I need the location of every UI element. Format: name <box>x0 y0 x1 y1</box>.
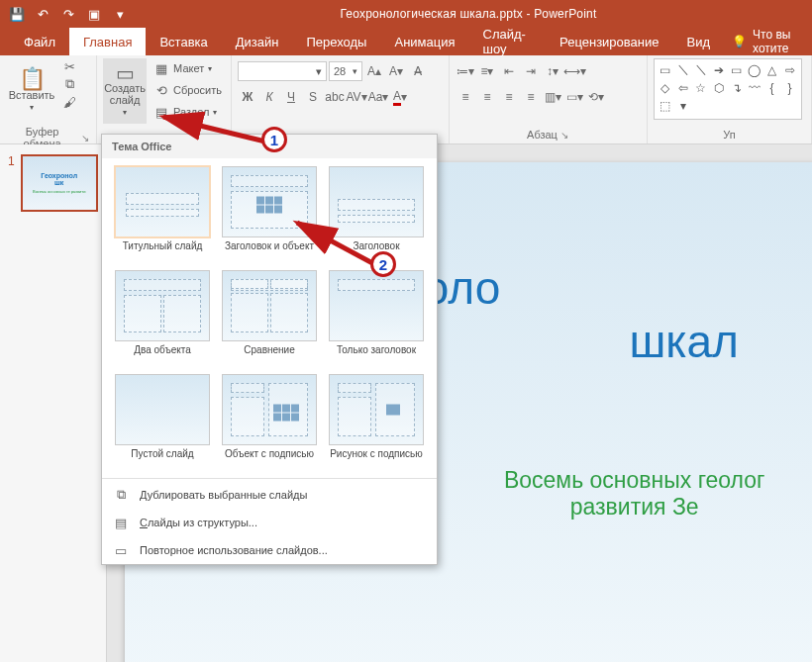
shape-star-icon[interactable]: ☆ <box>693 80 708 95</box>
tab-slideshow[interactable]: Слайд-шоу <box>469 28 547 55</box>
customize-qat-icon[interactable]: ▾ <box>109 3 131 25</box>
shape-arrowl-icon[interactable]: ⇦ <box>675 80 690 95</box>
paragraph-group-label: Абзац <box>527 129 558 141</box>
shape-hex-icon[interactable]: ⬡ <box>711 80 726 95</box>
tab-home[interactable]: Главная <box>69 28 146 55</box>
cut-icon[interactable]: ✂ <box>61 58 77 74</box>
underline-icon[interactable]: Ч <box>281 87 301 107</box>
font-size-combo[interactable]: 28▾ <box>329 61 362 81</box>
layout-picture-caption[interactable]: Рисунок с подписью <box>326 374 427 472</box>
slide-thumbnail[interactable]: Геохронол шк Восемь основных ге развити <box>21 154 98 212</box>
shape-diamond-icon[interactable]: ◇ <box>658 80 672 95</box>
app-title: Геохронологическая шкала.pptx - PowerPoi… <box>131 7 806 21</box>
shape-connector-icon[interactable]: ↴ <box>729 80 744 95</box>
shape-line-icon[interactable]: ＼ <box>675 62 690 77</box>
layout-section-header[interactable]: Заголовок <box>326 166 427 264</box>
tell-me[interactable]: 💡 Что вы хотите <box>724 28 812 55</box>
change-case-icon[interactable]: Aa▾ <box>368 87 388 107</box>
shape-tri-icon[interactable]: △ <box>764 62 779 77</box>
redo-icon[interactable]: ↷ <box>57 3 79 25</box>
undo-icon[interactable]: ↶ <box>32 3 53 25</box>
grow-font-icon[interactable]: A▴ <box>364 61 384 81</box>
reuse-icon: ▭ <box>112 542 130 558</box>
text-direction-icon[interactable]: ⟷▾ <box>564 61 584 81</box>
outline-icon: ▤ <box>112 515 130 530</box>
chevron-down-icon: ▾ <box>123 108 127 117</box>
tab-design[interactable]: Дизайн <box>222 28 293 55</box>
paste-button[interactable]: 📋 Вставить ▾ <box>6 58 57 124</box>
chevron-down-icon: ▾ <box>30 103 34 112</box>
numbering-icon[interactable]: ≡▾ <box>477 61 497 81</box>
shape-line2-icon[interactable]: ＼ <box>693 62 708 77</box>
increase-indent-icon[interactable]: ⇥ <box>521 61 541 81</box>
format-painter-icon[interactable]: 🖌 <box>61 94 77 110</box>
shape-arrow-icon[interactable]: ➔ <box>711 62 726 77</box>
layout-title-content[interactable]: Заголовок и объект <box>219 166 320 264</box>
smartart-icon[interactable]: ⟲▾ <box>586 87 606 107</box>
shape-rect-icon[interactable]: ▭ <box>729 62 744 77</box>
layout-blank[interactable]: Пустой слайд <box>112 374 213 472</box>
lightbulb-icon: 💡 <box>732 35 747 48</box>
reset-button[interactable]: ⟲ Сбросить <box>151 80 225 100</box>
clear-formatting-icon[interactable]: A̶ <box>408 61 428 81</box>
shapes-gallery[interactable]: ▭ ＼ ＼ ➔ ▭ ◯ △ ⇨ ◇ ⇦ ☆ ⬡ ↴ 〰 { } ⬚ ▾ <box>654 58 802 120</box>
start-from-beginning-icon[interactable]: ▣ <box>83 3 105 25</box>
editing-group-label: Уп <box>723 129 735 141</box>
shape-brace-icon[interactable]: { <box>764 80 779 95</box>
section-button[interactable]: ▤ Раздел▾ <box>151 102 225 122</box>
new-slide-label: Создать слайд <box>103 83 147 106</box>
save-icon[interactable]: 💾 <box>6 3 28 25</box>
dialog-launcher-icon[interactable]: ↘ <box>80 133 90 142</box>
line-spacing-icon[interactable]: ↕▾ <box>543 61 562 81</box>
tab-insert[interactable]: Вставка <box>146 28 221 55</box>
align-right-icon[interactable]: ≡ <box>499 87 519 107</box>
decrease-indent-icon[interactable]: ⇤ <box>499 61 519 81</box>
tab-review[interactable]: Рецензирование <box>546 28 672 55</box>
tab-file[interactable]: Файл <box>10 28 69 55</box>
copy-icon[interactable]: ⧉ <box>61 76 77 92</box>
columns-icon[interactable]: ▥▾ <box>543 87 562 107</box>
new-slide-button[interactable]: ▭ Создать слайд ▾ <box>103 58 147 124</box>
align-text-icon[interactable]: ▭▾ <box>564 87 584 107</box>
shape-callout-icon[interactable]: ⬚ <box>658 98 672 113</box>
thumb-number: 1 <box>8 154 15 212</box>
font-color-icon[interactable]: A▾ <box>390 87 410 107</box>
char-spacing-icon[interactable]: AV▾ <box>347 87 366 107</box>
reset-icon: ⟲ <box>153 82 169 98</box>
section-icon: ▤ <box>153 104 169 120</box>
font-family-combo[interactable]: ▾ <box>238 61 327 81</box>
slide-thumbnails-pane: 1 Геохронол шк Восемь основных ге развит… <box>0 144 107 662</box>
dropdown-header: Тема Office <box>102 135 437 158</box>
clipboard-icon: 📋 <box>24 71 40 87</box>
align-center-icon[interactable]: ≡ <box>477 87 497 107</box>
duplicate-slides-item[interactable]: ⧉ Дублировать выбранные слайды <box>102 481 437 509</box>
tab-animations[interactable]: Анимация <box>380 28 468 55</box>
layout-title-only[interactable]: Только заголовок <box>326 270 427 368</box>
reuse-slides-item[interactable]: ▭ Повторное использование слайдов... <box>102 536 437 564</box>
layout-two-content[interactable]: Два объекта <box>112 270 213 368</box>
layout-title-slide[interactable]: Титульный слайд <box>112 166 213 264</box>
layout-content-caption[interactable]: Объект с подписью <box>219 374 320 472</box>
dialog-launcher-icon[interactable]: ↘ <box>559 130 569 140</box>
layout-comparison[interactable]: Сравнение <box>219 270 320 368</box>
bold-icon[interactable]: Ж <box>238 87 257 107</box>
italic-icon[interactable]: К <box>259 87 279 107</box>
shape-oval-icon[interactable]: ◯ <box>747 62 761 77</box>
justify-icon[interactable]: ≡ <box>521 87 541 107</box>
shape-more-icon[interactable]: ▾ <box>675 98 690 113</box>
shape-textbox-icon[interactable]: ▭ <box>658 62 672 77</box>
slides-from-outline-item[interactable]: ▤ ССлайды из структуры...лайды из структ… <box>102 509 437 536</box>
tab-transitions[interactable]: Переходы <box>292 28 380 55</box>
bullets-icon[interactable]: ≔▾ <box>456 61 475 81</box>
shape-arrowr-icon[interactable]: ⇨ <box>782 62 797 77</box>
layout-button[interactable]: ▦ Макет▾ <box>151 58 225 78</box>
strike-icon[interactable]: abc <box>325 87 345 107</box>
align-left-icon[interactable]: ≡ <box>456 87 475 107</box>
shadow-icon[interactable]: S <box>303 87 323 107</box>
tab-view[interactable]: Вид <box>672 28 724 55</box>
duplicate-icon: ⧉ <box>112 487 130 503</box>
shrink-font-icon[interactable]: A▾ <box>386 61 406 81</box>
shape-curve-icon[interactable]: 〰 <box>747 80 761 95</box>
shape-brace2-icon[interactable]: } <box>782 80 797 95</box>
new-slide-icon: ▭ <box>117 65 133 81</box>
